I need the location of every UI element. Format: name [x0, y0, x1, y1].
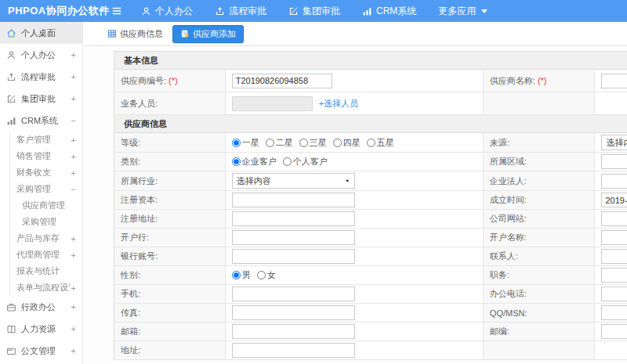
- collapse-minus-icon[interactable]: −: [70, 185, 76, 194]
- gender-radios-radio[interactable]: [257, 271, 266, 279]
- sidebar-item-product-stock[interactable]: 产品与库存+: [0, 230, 82, 247]
- registered-capital-input[interactable]: [232, 193, 355, 207]
- nav-personal-office[interactable]: 个人办公: [130, 0, 204, 22]
- contact-person-input[interactable]: [601, 249, 627, 264]
- sidebar-item-crm-system[interactable]: CRM系统−: [0, 110, 82, 132]
- level-radios-radio[interactable]: [299, 139, 308, 147]
- level-radios-option[interactable]: 三星: [299, 137, 327, 149]
- gender-radios-radio[interactable]: [232, 271, 241, 279]
- nav-group-approval[interactable]: 集团审批: [277, 0, 351, 22]
- field-control-cell: [226, 229, 484, 247]
- expand-plus-icon[interactable]: +: [70, 94, 76, 103]
- form-section-title: 供应商信息: [114, 115, 627, 133]
- field-control-cell: [595, 229, 627, 247]
- tab-supplier-add[interactable]: 供应商添加: [172, 25, 244, 43]
- category-radios-radio[interactable]: [283, 157, 292, 166]
- choose-person-link[interactable]: +选择人员: [319, 98, 358, 110]
- expand-plus-icon[interactable]: +: [70, 234, 76, 243]
- bank-input[interactable]: [232, 230, 355, 245]
- field-label: 开户行:: [121, 232, 149, 243]
- address-input[interactable]: [232, 343, 355, 358]
- bank-account-input[interactable]: [232, 249, 355, 264]
- nav-more-apps[interactable]: 更多应用: [427, 0, 498, 22]
- level-radios-option[interactable]: 二星: [266, 137, 293, 149]
- source-select[interactable]: 选择内容▼: [601, 135, 627, 150]
- hamburger-menu-button[interactable]: [111, 5, 122, 16]
- sidebar-item-label: 行政办公: [21, 301, 56, 313]
- level-radios-option[interactable]: 四星: [333, 137, 361, 149]
- sidebar-item-agent-mgmt[interactable]: 代理商管理+: [0, 247, 82, 263]
- field-control-cell: [595, 341, 627, 359]
- radio-option-label: 五星: [377, 137, 394, 149]
- expand-plus-icon[interactable]: +: [70, 324, 76, 333]
- expand-plus-icon[interactable]: +: [70, 168, 76, 178]
- sidebar-item-personal-desktop[interactable]: 个人桌面: [0, 22, 82, 44]
- sidebar-item-admin-office[interactable]: 行政办公+: [0, 296, 82, 318]
- sidebar-item-customer-mgmt[interactable]: 客户管理+: [0, 132, 82, 148]
- supplier-code-input[interactable]: [232, 74, 332, 88]
- field-control-cell: [595, 171, 627, 190]
- level-radios-option[interactable]: 一星: [232, 137, 259, 149]
- level-radios-radio[interactable]: [232, 139, 241, 147]
- position-input[interactable]: [601, 268, 627, 283]
- sidebar-item-document-mgmt[interactable]: 公文管理+: [0, 340, 82, 362]
- gender-radios-option[interactable]: 男: [232, 269, 251, 281]
- sidebar-item-supplier-mgmt[interactable]: 供应商管理: [0, 197, 82, 214]
- sidebar-item-purchase-mgmt[interactable]: 采购管理−: [0, 181, 82, 197]
- sidebar-item-flow-approval[interactable]: 流程审批+: [0, 66, 82, 88]
- field-label-cell: 手机:: [114, 285, 226, 303]
- category-radios: 企业客户个人客户: [232, 156, 334, 168]
- sidebar-item-reports[interactable]: 报表与统计: [0, 263, 82, 279]
- postcode-input[interactable]: [601, 324, 627, 339]
- expand-plus-icon[interactable]: +: [70, 346, 76, 355]
- nav-flow-approval[interactable]: 流程审批: [204, 0, 277, 22]
- expand-plus-icon[interactable]: +: [70, 50, 76, 59]
- account-name-input[interactable]: [601, 230, 627, 245]
- tab-supplier-info[interactable]: 供应商信息: [106, 26, 165, 42]
- expand-plus-icon[interactable]: +: [70, 283, 76, 293]
- office-phone-input[interactable]: [601, 287, 627, 301]
- category-radios-radio[interactable]: [232, 157, 241, 166]
- registered-address-input[interactable]: [232, 211, 355, 226]
- sidebar-item-sales-mgmt[interactable]: 销售管理+: [0, 148, 82, 164]
- sidebar-item-finance[interactable]: 财务收支+: [0, 164, 82, 181]
- category-radios-option[interactable]: 企业客户: [232, 156, 277, 168]
- industry-select[interactable]: 选择内容▼: [232, 173, 355, 189]
- qq-msn-input[interactable]: [601, 305, 627, 320]
- sidebar-item-group-approval[interactable]: 集团审批+: [0, 88, 82, 110]
- region-input[interactable]: [601, 154, 627, 169]
- level-radios-radio[interactable]: [266, 139, 274, 147]
- fax-input[interactable]: [232, 305, 355, 320]
- nav-crm-system[interactable]: CRM系统: [351, 0, 427, 22]
- expand-plus-icon[interactable]: +: [70, 135, 76, 145]
- email-input[interactable]: [232, 324, 355, 339]
- form-row: 注册地址:公司网站:: [114, 210, 627, 229]
- sidebar-item-label: 个人桌面: [21, 27, 56, 39]
- sidebar-item-label: 集团审批: [21, 93, 56, 105]
- sidebar-item-purchasing[interactable]: 采购管理: [0, 214, 82, 230]
- field-label: 供应商名称:: [490, 75, 535, 87]
- business-person-input[interactable]: [232, 96, 313, 111]
- level-radios-radio[interactable]: [333, 139, 342, 147]
- gender-radios-option[interactable]: 女: [257, 269, 276, 281]
- company-website-input[interactable]: [601, 211, 627, 226]
- supplier-name-input[interactable]: [601, 74, 627, 88]
- field-control-cell: [226, 323, 484, 341]
- collapse-minus-icon[interactable]: −: [70, 116, 76, 125]
- mobile-input[interactable]: [232, 287, 355, 301]
- legal-person-input[interactable]: [601, 174, 627, 189]
- expand-plus-icon[interactable]: +: [70, 152, 76, 161]
- level-radios-radio[interactable]: [367, 139, 375, 147]
- category-radios-option[interactable]: 个人客户: [283, 156, 328, 168]
- expand-plus-icon[interactable]: +: [70, 302, 76, 312]
- sidebar-item-form-flow-setting[interactable]: 表单与流程设置+: [0, 279, 82, 296]
- sidebar-item-hr[interactable]: 人力资源+: [0, 318, 82, 340]
- expand-plus-icon[interactable]: +: [70, 250, 76, 260]
- top-navigation: 个人办公流程审批集团审批CRM系统更多应用: [130, 0, 498, 22]
- level-radios-option[interactable]: 五星: [367, 137, 394, 149]
- sidebar-item-personal-office[interactable]: 个人办公+: [0, 44, 82, 66]
- field-label: 成立时间:: [490, 194, 527, 206]
- expand-plus-icon[interactable]: +: [70, 72, 76, 81]
- field-control-cell: [595, 247, 627, 265]
- founded-date-input[interactable]: [601, 193, 627, 207]
